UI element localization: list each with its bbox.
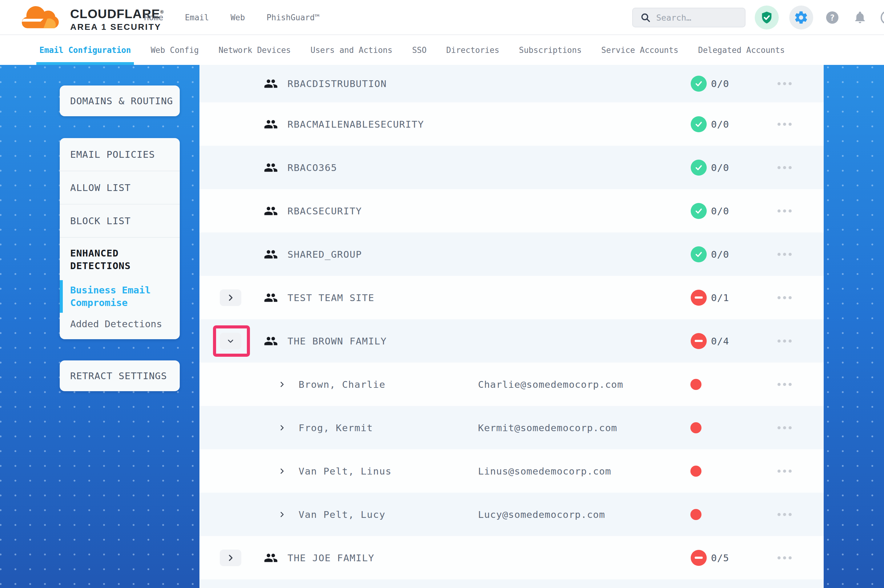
row-name: THE BROWN FAMILY [287,319,387,363]
chevron-right-icon[interactable] [278,449,286,493]
expand-button[interactable] [220,549,241,566]
row-menu-button[interactable] [777,276,792,319]
cloudflare-logo-icon [16,4,65,32]
account-icon[interactable] [879,9,884,26]
nav-phishguard[interactable]: PhishGuard™ [266,13,320,22]
tab-delegated-accounts[interactable]: Delegated Accounts [698,35,785,65]
group-row[interactable]: RBACSECURITY 0/0 [200,189,824,232]
nav-home[interactable]: Home [144,13,164,22]
row-email: Kermit@somedemocorp.com [478,406,617,449]
tab-users-and-actions[interactable]: Users and Actions [311,35,392,65]
status-badge [691,189,707,232]
sidebar-item-retract-settings[interactable]: RETRACT SETTINGS [60,360,180,391]
row-menu-button[interactable] [777,536,792,579]
member-row[interactable]: Van Pelt, Linus Linus@somedemocorp.com [200,449,824,493]
tab-service-accounts[interactable]: Service Accounts [601,35,678,65]
status-count: 0/1 [711,276,729,319]
allow-list-label: ALLOW LIST [70,182,131,193]
row-menu-button[interactable] [777,319,792,363]
retract-settings-label: RETRACT SETTINGS [70,370,167,381]
group-row[interactable]: RBACO365 0/0 [200,146,824,189]
tab-subscriptions[interactable]: Subscriptions [519,35,582,65]
group-row[interactable]: RBACDISTRUBUTION 0/0 [200,65,824,102]
status-badge [691,276,707,319]
row-menu-button[interactable] [777,406,792,449]
nav-email[interactable]: Email [185,13,209,22]
chevron-right-icon[interactable] [278,406,286,449]
search-box[interactable] [632,8,746,27]
sidebar-item-block-list[interactable]: BLOCK LIST [60,204,180,238]
table-row-partial [200,579,824,588]
row-email: Charlie@somedemocorp.com [478,363,623,406]
row-name: RBACSECURITY [287,189,362,232]
status-count: 0/0 [711,146,729,189]
row-name: SHARED_GROUP [287,232,362,276]
row-menu-button[interactable] [777,189,792,232]
row-name: Brown, Charlie [299,363,385,406]
group-icon [263,189,278,232]
collapse-button[interactable] [220,333,241,350]
notifications-bell-icon[interactable] [851,9,869,26]
tab-email-configuration[interactable]: Email Configuration [39,35,131,65]
status-dot [690,493,702,536]
member-row[interactable]: Van Pelt, Lucy Lucy@somedemocorp.com [200,493,824,536]
sidebar-item-added-detections[interactable]: Added Detections [70,318,171,330]
sidebar-item-allow-list[interactable]: ALLOW LIST [60,171,180,204]
tab-directories[interactable]: Directories [446,35,499,65]
status-badge [691,102,707,146]
settings-gear-icon[interactable] [789,6,813,30]
status-badge [691,146,707,189]
expand-button[interactable] [220,290,241,306]
row-name: Van Pelt, Linus [299,449,391,493]
row-menu-button[interactable] [777,449,792,493]
status-count: 0/5 [711,536,729,579]
content-area: RBACDISTRUBUTION 0/0 RBACMAILENABLESECUR… [0,65,884,588]
row-name: THE JOE FAMILY [287,536,374,579]
row-menu-button[interactable] [777,65,792,102]
sidebar-item-business-email-compromise[interactable]: Business Email Compromise [70,284,171,309]
group-row[interactable]: TEST TEAM SITE 0/1 [200,276,824,319]
nav-web[interactable]: Web [230,13,245,22]
group-icon [263,102,278,146]
member-row[interactable]: Brown, Charlie Charlie@somedemocorp.com [200,363,824,406]
group-row[interactable]: SHARED_GROUP 0/0 [200,232,824,276]
row-menu-button[interactable] [777,102,792,146]
row-email: Lucy@somedemocorp.com [478,493,605,536]
shield-check-icon[interactable] [755,6,779,30]
row-menu-button[interactable] [777,232,792,276]
row-name: Van Pelt, Lucy [299,493,385,536]
sidebar-item-domains-routing[interactable]: DOMAINS & ROUTING [60,86,180,116]
search-input[interactable] [656,13,730,22]
status-count: 0/0 [711,102,729,146]
help-icon[interactable]: ? [824,9,841,26]
config-tabbar: Email Configuration Web Config Network D… [0,35,884,65]
domains-routing-label: DOMAINS & ROUTING [70,95,173,106]
row-menu-button[interactable] [777,146,792,189]
chevron-right-icon[interactable] [278,363,286,406]
status-count: 0/4 [711,319,729,363]
header-icons: ? [755,0,884,35]
group-row[interactable]: THE BROWN FAMILY 0/4 [200,319,824,363]
row-name: RBACO365 [287,146,337,189]
row-menu-button[interactable] [777,363,792,406]
search-icon [640,12,651,23]
status-badge [691,319,707,363]
enhanced-detections-section: ENHANCED DETECTIONS Business Email Compr… [60,238,180,330]
group-row[interactable]: RBACMAILENABLESECURITY 0/0 [200,102,824,146]
row-name: RBACMAILENABLESECURITY [287,102,424,146]
row-email: Linus@somedemocorp.com [478,449,611,493]
group-icon [263,146,278,189]
group-row[interactable]: THE JOE FAMILY 0/5 [200,536,824,579]
tab-web-config[interactable]: Web Config [150,35,199,65]
row-menu-button[interactable] [777,493,792,536]
sidebar-card-policies: EMAIL POLICIES ALLOW LIST BLOCK LIST ENH… [60,138,180,339]
app-header: CLOUDFLARE® AREA 1 SECURITY Home Email W… [0,0,884,35]
tab-network-devices[interactable]: Network Devices [218,35,291,65]
status-count: 0/0 [711,189,729,232]
member-row[interactable]: Frog, Kermit Kermit@somedemocorp.com [200,406,824,449]
chevron-right-icon[interactable] [278,493,286,536]
sidebar-item-email-policies[interactable]: EMAIL POLICIES [60,138,180,171]
tab-sso[interactable]: SSO [412,35,427,65]
group-icon [263,232,278,276]
enhanced-detections-title: ENHANCED DETECTIONS [70,247,171,272]
